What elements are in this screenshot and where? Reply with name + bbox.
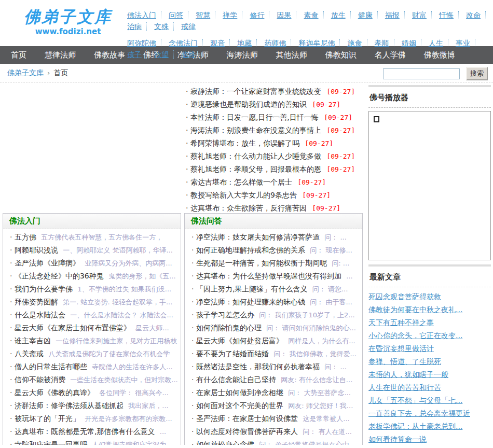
news-title-link[interactable]: 希阿荣博堪布：放生，你误解了吗 (190, 139, 299, 147)
latest-article-link[interactable]: 如何看待算命一说 (368, 435, 427, 443)
sidebar: 佛号播放器 最新文章 死囚念观音菩萨得获救 佛教徒为何要在中秋之夜礼... 天下… (368, 82, 491, 445)
quick-link[interactable]: 戒律 (181, 22, 196, 31)
article-title-link[interactable]: 如何放松身心念佛 (196, 440, 254, 445)
article-title-link[interactable]: 要不要为了结婚而结婚 (196, 349, 269, 358)
article-title-link[interactable]: 八关斋戒 (15, 349, 44, 358)
news-title-link[interactable]: 逆境恶缘也是帮助我们成道的善知识 (190, 100, 307, 108)
quick-link[interactable]: 婚姻 (402, 39, 416, 47)
quick-link[interactable]: 财富 (412, 11, 427, 19)
article-title-link[interactable]: 如何正确地理解持戒和念佛的关系 (196, 246, 305, 254)
news-date: [09-27] (305, 139, 333, 147)
quick-link[interactable]: 释迦牟尼佛 (298, 39, 335, 47)
article-title-link[interactable]: 达真堪布：既然都是无常,那信佛有什么意义 (15, 427, 155, 436)
article-title-link[interactable]: 圣严法师《业障病》 (15, 259, 80, 267)
news-title-link[interactable]: 海涛法师：别浪费生命在没意义的事情上 (190, 126, 321, 134)
news-title-link[interactable]: 索达吉堪布：怎么样做一个居士 (190, 178, 292, 186)
quick-link[interactable]: 忏悔 (439, 11, 454, 19)
article-title-link[interactable]: 星云大师《如何处贫居富》 (196, 337, 283, 345)
latest-article-link[interactable]: 参禅、悟道、了生脱死 (368, 357, 441, 366)
news-date: [09-27] (312, 204, 340, 212)
article-title-link[interactable]: 《正法念处经》中的36种鬼 (15, 272, 104, 280)
article-title-link[interactable]: 信仰不能被消费 (15, 375, 65, 384)
article-title-link[interactable]: 星云大师《在家居士如何布置佛堂》 (15, 324, 131, 332)
news-title-link[interactable]: 教授写给新入大学女儿的9条忠告 (190, 191, 297, 199)
article-title-link[interactable]: 既然诸法是空性，那我们何必执著幸福 (196, 362, 320, 371)
article-title-link[interactable]: 如何面对这个不完美的世界 (196, 401, 283, 410)
quick-link[interactable]: 改命 (466, 11, 481, 19)
breadcrumb-home-link[interactable]: 佛弟子文库 (7, 68, 44, 77)
article-title-link[interactable]: 圣严法师：在家居士如何设佛堂 (196, 414, 298, 423)
news-title-link[interactable]: 蔡礼旭老师：什么动力能让人少睡觉多做 (190, 152, 321, 160)
latest-article-link[interactable]: 一直善良下去，总会离幸福更近 (368, 409, 470, 417)
quick-link[interactable]: 念佛法门 (169, 39, 198, 47)
article-title-link[interactable]: 僧人的日常生活有哪些 (15, 362, 87, 371)
article-title-link[interactable]: 有什么信念能让自己坚持 (196, 375, 276, 384)
latest-article-link[interactable]: 天下有五种不祥之事 (368, 318, 434, 327)
latest-article-link[interactable]: 小心你的念头，它正在改变... (368, 331, 462, 340)
news-title-link[interactable]: 本性法师：日发一愿,日行一善,日忏一悔 (190, 113, 319, 121)
article-title-link[interactable]: 生死都是一种痛苦，如何能权衡于期间呢 (196, 259, 327, 267)
latest-article-link[interactable]: 未悟的人，犹如瞎子一般 (368, 370, 448, 379)
article-title-link[interactable]: 阿赖耶识浅说 (15, 246, 58, 254)
article-title-link[interactable]: 达真堪布：为什么坚持做早晚课也没有得到加 (196, 272, 341, 280)
article-title-link[interactable]: 我们为什么要学佛 (15, 285, 73, 293)
quick-link[interactable]: 智慧 (196, 11, 210, 19)
logo-text[interactable]: 佛弟子文库 (24, 7, 112, 26)
quick-link[interactable]: 因果 (277, 11, 291, 19)
nav-link[interactable]: 慧律法师 (37, 46, 84, 64)
site-logo[interactable]: 佛弟子文库 www.fodizi.net (24, 7, 112, 36)
quick-link[interactable]: 问答 (169, 11, 183, 19)
latest-articles-list: 死囚念观音菩萨得获救 佛教徒为何要在中秋之夜礼... 天下有五种不祥之事 小心你… (368, 290, 491, 445)
article-title-link[interactable]: 净空法师：妓女屠夫如何修清净菩萨道 (196, 233, 320, 241)
buddha-audio-player[interactable] (368, 111, 491, 260)
quick-link[interactable]: 福报 (385, 11, 400, 19)
nav-link[interactable]: 首页 (3, 46, 34, 64)
article-title-link[interactable]: 净空法师：如何处理赚来的昧心钱 (196, 298, 305, 306)
quick-link[interactable]: 孝顺 (375, 39, 389, 47)
quick-link[interactable]: 欲望 (154, 50, 169, 59)
quick-link[interactable]: 临终 (181, 50, 196, 59)
article-title-link[interactable]: 在家居士如何做到净念相继 (196, 388, 283, 397)
latest-article-link[interactable]: 老板学佛记：从土豪老总到... (368, 422, 462, 430)
article-summary: 问： 请问如何消除怕鬼的心... (266, 324, 356, 332)
latest-article-link[interactable]: 儿女「五不怨」与父母「七... (368, 396, 462, 404)
quick-link[interactable]: 药师佛 (264, 39, 286, 47)
news-date: [09-27] (312, 101, 340, 108)
article-title-link[interactable]: 「因上努力,果上随缘」有什么含义 (196, 285, 307, 293)
latest-article-link[interactable]: 人生在世的苦苦和行苦 (368, 383, 441, 391)
quick-link[interactable]: 放生 (331, 11, 346, 19)
quick-link[interactable]: 施食 (348, 39, 362, 47)
article-title-link[interactable]: 被玩坏了的「开光」 (15, 414, 80, 423)
quick-link[interactable]: 人生 (429, 39, 443, 47)
article-title-link[interactable]: 星云大师《佛教的真谛》 (15, 388, 94, 397)
article-title-link[interactable]: 五方佛 (15, 233, 36, 241)
quick-link[interactable]: 事业 (456, 39, 470, 47)
quick-link[interactable]: 健康 (358, 11, 373, 19)
article-title-link[interactable]: 拜佛姿势图解 (15, 298, 58, 306)
quick-link[interactable]: 素食 (304, 11, 319, 19)
quick-link[interactable]: 观音 (210, 39, 225, 47)
quick-link[interactable]: 地藏 (237, 39, 252, 47)
article-title-link[interactable]: 寺院和庙宇是一回事吗 (15, 440, 87, 445)
latest-article-link[interactable]: 在昏沉妄想里做活计 (368, 344, 434, 353)
news-title-link[interactable]: 蔡礼旭老师：孝顺父母，回报最根本的恩 (190, 165, 321, 173)
news-title-link[interactable]: 达真堪布：众生欲除苦，反行痛苦因 (190, 204, 307, 212)
quick-link[interactable]: 佛法入门 (127, 11, 156, 19)
latest-article-link[interactable]: 佛教徒为何要在中秋之夜礼... (368, 305, 462, 314)
quick-link[interactable]: 治病 (127, 22, 142, 31)
quick-link[interactable]: 孩子 (127, 50, 142, 59)
article-title-link[interactable]: 孩子学习差怎么办 (196, 311, 254, 319)
article-title-link[interactable]: 以何态度对待假冒佛菩萨再来人 (196, 427, 298, 436)
article-title-link[interactable]: 谁主宰吉凶 (15, 337, 51, 345)
article-title-link[interactable]: 济群法师：修学佛法须从基础抓起 (15, 401, 124, 410)
news-title-link[interactable]: 寂静法师：一个让家庭财富事业统统改变 (190, 87, 321, 95)
quick-link[interactable]: 文殊 (154, 22, 169, 31)
quick-link[interactable]: 修行 (250, 11, 264, 19)
search-input[interactable] (383, 68, 460, 79)
quick-link[interactable]: 阿弥陀佛 (127, 39, 156, 47)
article-title-link[interactable]: 如何消除怕鬼的心理 (196, 324, 262, 332)
article-title-link[interactable]: 什么是水陆法会 (15, 311, 65, 319)
quick-link[interactable]: 禅学 (223, 11, 237, 19)
latest-article-link[interactable]: 死囚念观音菩萨得获救 (368, 292, 441, 301)
search-button[interactable]: 搜索 (466, 67, 488, 80)
